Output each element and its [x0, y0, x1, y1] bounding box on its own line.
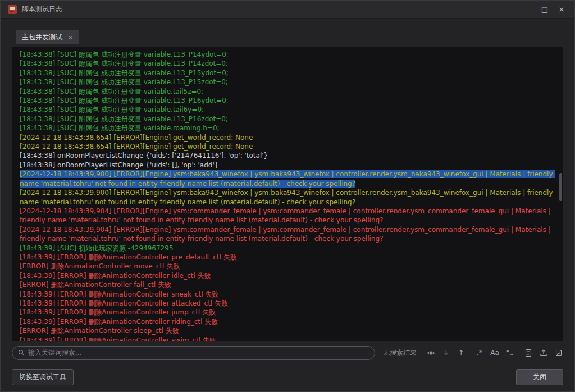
visibility-icon[interactable]: [426, 348, 435, 358]
log-line[interactable]: [18:43:39] [ERROR] 删除AnimationController…: [20, 253, 555, 262]
window-controls: – □ ×: [519, 2, 570, 17]
search-toolbar: ↓ ↑ .* Aa “„: [417, 348, 563, 358]
match-case-toggle-icon[interactable]: Aa: [490, 348, 499, 358]
log-line-selected[interactable]: [2024-12-18 18:43:39,900] [ERROR][Engine…: [20, 170, 555, 188]
log-console[interactable]: [18:43:38] [SUC] 附属包 成功注册变量 variable.L13…: [12, 47, 563, 341]
log-line[interactable]: [18:43:38] [SUC] 附属包 成功注册变量 variable.L13…: [20, 59, 555, 68]
tab-bar: 主包并发测试 ×: [16, 30, 563, 44]
log-line[interactable]: [18:43:38] [SUC] 附属包 成功注册变量 variable.tai…: [20, 87, 555, 96]
log-line[interactable]: [18:43:38] [SUC] 附属包 成功注册变量 variable.tai…: [20, 105, 555, 114]
log-line[interactable]: [2024-12-18 18:43:39,904] [ERROR][Engine…: [20, 225, 555, 244]
minimize-button[interactable]: –: [519, 2, 536, 17]
tab-main-concurrency-test[interactable]: 主包并发测试 ×: [16, 30, 79, 44]
log-line[interactable]: [ERROR] 删除AnimationController move_ctl 失…: [20, 262, 555, 271]
scrollbar-thumb[interactable]: [559, 173, 562, 201]
close-dialog-button[interactable]: 关闭: [516, 369, 563, 385]
log-line[interactable]: [18:43:38] [SUC] 附属包 成功注册变量 variable.L13…: [20, 50, 555, 59]
whole-word-toggle-icon[interactable]: “„: [505, 348, 514, 358]
tab-label: 主包并发测试: [22, 33, 62, 42]
log-line[interactable]: [18:43:39] [ERROR] 删除AnimationController…: [20, 317, 555, 326]
log-line[interactable]: [18:43:38] [SUC] 附属包 成功注册变量 variable.L13…: [20, 69, 555, 78]
log-line[interactable]: [18:43:39] [ERROR] 删除AnimationController…: [20, 336, 555, 341]
log-line[interactable]: [18:43:39] [SUC] 初始化玩家资源 -4294967295: [20, 244, 555, 253]
log-line[interactable]: [18:43:38] onRoomPlayerListChange {'uids…: [20, 161, 555, 170]
export-log-icon[interactable]: [539, 348, 548, 358]
log-line[interactable]: [18:43:39] [ERROR] 删除AnimationController…: [20, 308, 555, 317]
search-result-text: 无搜索结果: [383, 348, 417, 358]
search-input[interactable]: [28, 349, 369, 357]
regex-toggle-icon[interactable]: .*: [475, 348, 484, 358]
log-line[interactable]: [2024-12-18 18:43:38,654] [ERROR][Engine…: [20, 133, 555, 142]
log-line[interactable]: [18:43:39] [ERROR] 删除AnimationController…: [20, 271, 555, 280]
window-title: 脚本测试日志: [22, 4, 62, 14]
log-file-icon[interactable]: [524, 348, 533, 358]
log-line[interactable]: [2024-12-18 18:43:38,654] [ERROR][Engine…: [20, 142, 555, 151]
close-window-button[interactable]: ×: [553, 2, 570, 17]
log-line[interactable]: [18:43:38] [SUC] 附属包 成功注册变量 variable.L13…: [20, 96, 555, 105]
log-line[interactable]: [18:43:39] [ERROR] 删除AnimationController…: [20, 299, 555, 308]
log-line[interactable]: [ERROR] 删除AnimationController fall_ctl 失…: [20, 280, 555, 289]
log-line[interactable]: [18:43:38] [SUC] 附属包 成功注册变量 variable.roa…: [20, 124, 555, 133]
app-icon: [7, 4, 17, 15]
switch-debug-tool-button[interactable]: 切换至调试工具: [12, 369, 74, 385]
log-line[interactable]: [18:43:39] [ERROR] 删除AnimationController…: [20, 290, 555, 299]
next-result-icon[interactable]: ↓: [441, 348, 450, 358]
log-line[interactable]: [ERROR] 删除AnimationController sleep_ctl …: [20, 326, 555, 335]
log-line[interactable]: [18:43:38] onRoomPlayerListChange {'uids…: [20, 151, 555, 160]
tab-close-icon[interactable]: ×: [67, 33, 74, 42]
log-line[interactable]: [18:43:38] [SUC] 附属包 成功注册变量 variable.L13…: [20, 115, 555, 124]
maximize-button[interactable]: □: [536, 2, 553, 17]
footer-bar: 切换至调试工具 关闭: [12, 369, 563, 385]
clear-log-icon[interactable]: [554, 348, 563, 358]
search-icon: [18, 349, 25, 356]
search-input-container[interactable]: [12, 346, 375, 360]
log-line[interactable]: [2024-12-18 18:43:39,900] [ERROR][Engine…: [20, 188, 555, 207]
search-bar: 无搜索结果 ↓ ↑ .* Aa “„: [12, 345, 563, 360]
prev-result-icon[interactable]: ↑: [457, 348, 466, 358]
log-line[interactable]: [18:43:38] [SUC] 附属包 成功注册变量 variable.L13…: [20, 78, 555, 86]
log-line[interactable]: [2024-12-18 18:43:39,904] [ERROR][Engine…: [20, 207, 555, 225]
titlebar: 脚本测试日志 – □ ×: [1, 1, 574, 19]
